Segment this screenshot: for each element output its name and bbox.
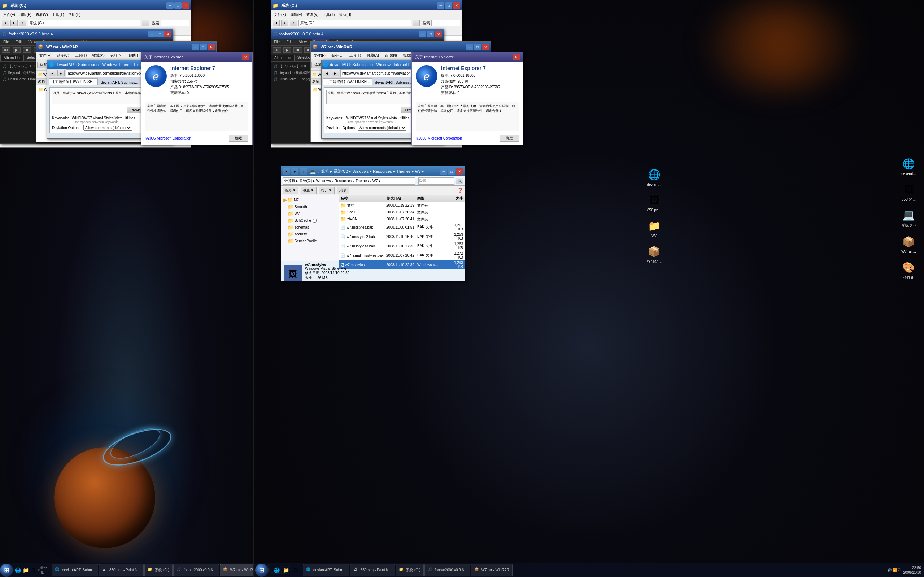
- da-tab-devart-right[interactable]: deviantART: Submiss...: [373, 80, 414, 85]
- w7-up-btn[interactable]: ↑: [300, 168, 307, 174]
- w7-row-bak1[interactable]: 📄w7.msstyles.bak 2008/11/08 01:51 BAK 文件…: [339, 222, 465, 232]
- winrar-min-left[interactable]: ─: [192, 44, 199, 50]
- foobar-min-left[interactable]: ─: [149, 31, 155, 37]
- fb-tab-albumlist-right[interactable]: Album List: [271, 55, 294, 61]
- explorer-close-right[interactable]: ✕: [453, 2, 460, 9]
- w7-row-zhcn[interactable]: 📁zh-CN 2008/11/07 20:41 文件夹: [339, 216, 465, 222]
- wr-tools-left[interactable]: 工具(T): [74, 52, 89, 59]
- fb-edit-right[interactable]: Edit: [285, 39, 294, 45]
- explorer-controls-right[interactable]: ─ □ ✕: [437, 2, 460, 9]
- w7-search-input[interactable]: [418, 177, 454, 185]
- winrar-close-right[interactable]: ✕: [482, 44, 489, 50]
- start-button-left[interactable]: ⊞: [0, 563, 13, 577]
- taskbar-item-paint-left[interactable]: 🖼 850.png - Paint.N...: [99, 564, 144, 576]
- ie7-ms-link-left[interactable]: ©2006 Microsoft Corporation: [145, 136, 191, 140]
- w7-tree-smooth[interactable]: 📁 Smooth: [282, 203, 338, 210]
- go-btn-right[interactable]: →: [412, 20, 420, 26]
- da-tab-devart-left[interactable]: deviantART: Submiss...: [99, 80, 140, 85]
- fb-prev-left[interactable]: ⏮: [2, 47, 10, 53]
- wr-fav-left[interactable]: 收藏(A): [91, 52, 106, 59]
- da-fwd-left[interactable]: ►: [57, 70, 65, 76]
- menu-view-right[interactable]: 查看(V): [305, 11, 320, 18]
- menu-file-right[interactable]: 文件(F): [273, 11, 287, 18]
- desktop-icon-winrar-right[interactable]: 📦 W7.rar ...: [641, 243, 668, 265]
- winrar-max-right[interactable]: □: [474, 44, 481, 50]
- w7-controls[interactable]: ─ □ ✕: [440, 168, 463, 174]
- desktop-icon-deviant-left[interactable]: 🌐 deviant...: [895, 155, 922, 177]
- fb-play-left[interactable]: ▶: [13, 47, 21, 53]
- menu-tools-left[interactable]: 工具(T): [50, 11, 65, 18]
- foobar-max-right[interactable]: □: [427, 31, 434, 37]
- explorer-minimize-right[interactable]: ─: [437, 2, 444, 9]
- ql-ie-left[interactable]: 🌐: [15, 566, 22, 574]
- fb-tab-albumlist-left[interactable]: Album List: [0, 55, 24, 61]
- ie7-ok-btn-left[interactable]: 确定: [229, 134, 248, 142]
- winrar-controls-right[interactable]: ─ □ ✕: [466, 44, 489, 50]
- w7-views-btn[interactable]: 视图▼: [300, 187, 317, 194]
- fb-file-right[interactable]: File: [273, 39, 281, 45]
- desktop-icon-personalize-left[interactable]: 🎨 个性化: [895, 259, 922, 282]
- desktop-icon-paint-left[interactable]: 🖼 850.pn...: [895, 181, 922, 203]
- taskbar-item-foobar-right[interactable]: 🎵 foobar2000 v0.9.6...: [425, 564, 470, 576]
- taskbar-item-foobar-left[interactable]: 🎵 foobar2000 v0.9.6...: [173, 564, 219, 576]
- schcache-checkbox[interactable]: [313, 219, 317, 222]
- address-box-left[interactable]: 系统 (C:): [28, 20, 141, 26]
- foobar-controls-left[interactable]: ─ □ ✕: [149, 31, 171, 37]
- menu-file-left[interactable]: 文件(F): [2, 11, 16, 18]
- w7-tree-schcache[interactable]: 📁 SchCache: [282, 217, 338, 224]
- menu-tools-right[interactable]: 工具(T): [321, 11, 336, 18]
- explorer-maximize-left[interactable]: □: [174, 2, 181, 9]
- menu-help-left[interactable]: 帮助(H): [67, 11, 82, 18]
- wr-cmd-left[interactable]: 命令(C): [56, 52, 71, 59]
- w7-row-baksmall[interactable]: 📄w7_small.msstyles.bak 2008/11/07 20:42 …: [339, 251, 465, 260]
- fb-prev-right[interactable]: ⏮: [273, 47, 281, 53]
- wr-opts-left[interactable]: 选项(N): [109, 52, 124, 59]
- ql-show-desktop-right[interactable]: 🖥: [291, 566, 300, 574]
- start-button-right[interactable]: ⊞: [253, 563, 271, 577]
- taskbar-item-devart-right[interactable]: 🌐 deviantART: Subm...: [303, 564, 349, 576]
- w7-tree-schemas[interactable]: 📁 schemas: [282, 224, 338, 231]
- w7-tree-m7[interactable]: ▶📁 M7: [282, 197, 338, 203]
- ie7-close-left[interactable]: ✕: [242, 54, 249, 60]
- fb-file-left[interactable]: File: [2, 39, 10, 45]
- foobar-close-right[interactable]: ✕: [435, 31, 442, 37]
- fb-play-right[interactable]: ▶: [283, 47, 291, 53]
- menu-help-right[interactable]: 帮助(H): [338, 11, 353, 18]
- w7-row-bak3[interactable]: 📄w7.msstyles3.bak 2008/11/10 17:36 BAK 文…: [339, 241, 465, 251]
- fb-stop-right[interactable]: ⏹: [294, 47, 302, 53]
- w7-help-icon[interactable]: ❓: [457, 187, 463, 193]
- fb-pause-left[interactable]: ⏸: [23, 47, 31, 53]
- fb-edit-left[interactable]: Edit: [14, 39, 23, 45]
- explorer-controls-left[interactable]: ─ □ ✕: [166, 2, 189, 9]
- w7-breadcrumb[interactable]: 计算机 ▸ 系统(C:) ▸ Windows ▸ Resources ▸ The…: [283, 177, 415, 185]
- fb-view-right[interactable]: View: [297, 39, 308, 45]
- menu-view-left[interactable]: 查看(V): [34, 11, 49, 18]
- explorer-minimize-left[interactable]: ─: [166, 2, 174, 9]
- ql-show-desktop-left[interactable]: 🖥: [30, 566, 37, 574]
- back-btn-right[interactable]: ◄: [273, 20, 280, 26]
- desktop-icon-w7-right[interactable]: 📁 W7: [641, 217, 668, 239]
- up-btn-right[interactable]: ↑: [290, 20, 297, 26]
- menu-edit-left[interactable]: 编辑(E): [18, 11, 33, 18]
- da-fwd-right[interactable]: ►: [332, 70, 339, 76]
- allow-comments-select-right[interactable]: Allow comments (default): [358, 125, 406, 131]
- up-btn-left[interactable]: ↑: [19, 20, 26, 26]
- desktop-icon-deviant-right[interactable]: 🌐 deviant...: [641, 166, 668, 188]
- ql-folder-left[interactable]: 📁: [23, 566, 30, 574]
- foobar-controls-right[interactable]: ─ □ ✕: [419, 31, 442, 37]
- w7-row-msstyles[interactable]: 🖼w7.msstyles 2008/11/10 22:39 Windows V.…: [339, 260, 465, 269]
- wr-fav-right[interactable]: 收藏(A): [365, 52, 380, 59]
- address-box-right[interactable]: 系统 (C:): [299, 20, 411, 26]
- w7-organize-btn[interactable]: 组织▼: [283, 187, 299, 194]
- taskbar-item-system-right[interactable]: 📁 系统 (C:): [396, 564, 423, 576]
- w7-close-btn[interactable]: ✕: [456, 168, 463, 174]
- wr-cmd-right[interactable]: 命令(C): [330, 52, 345, 59]
- wr-tools-right[interactable]: 工具(T): [348, 52, 363, 59]
- go-btn-left[interactable]: →: [142, 20, 149, 26]
- w7-tree-w7[interactable]: 📁 W7: [282, 210, 338, 217]
- w7-tree-security[interactable]: 📁 security: [282, 231, 338, 238]
- forward-btn-left[interactable]: ►: [10, 20, 18, 26]
- w7-row-bak2[interactable]: 📄w7.msstyles2.bak 2008/11/10 15:40 BAK 文…: [339, 232, 465, 241]
- taskbar-item-system-left[interactable]: 📁 系统 (C:): [144, 564, 172, 576]
- foobar-max-left[interactable]: □: [156, 31, 163, 37]
